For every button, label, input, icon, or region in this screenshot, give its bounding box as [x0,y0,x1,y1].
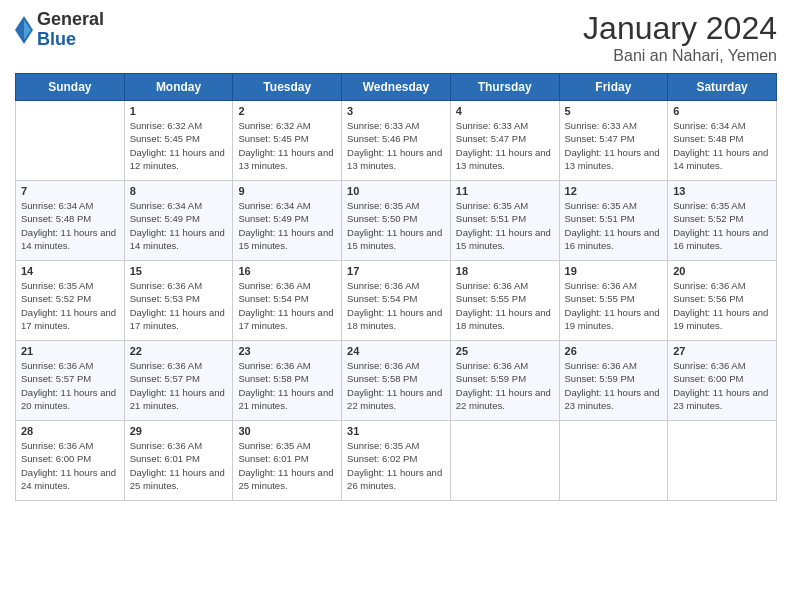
calendar-week-row: 1Sunrise: 6:32 AMSunset: 5:45 PMDaylight… [16,101,777,181]
calendar-cell: 5Sunrise: 6:33 AMSunset: 5:47 PMDaylight… [559,101,668,181]
calendar-cell [16,101,125,181]
day-header: Sunday [16,74,125,101]
calendar-cell: 9Sunrise: 6:34 AMSunset: 5:49 PMDaylight… [233,181,342,261]
date-number: 16 [238,265,336,277]
calendar-table: SundayMondayTuesdayWednesdayThursdayFrid… [15,73,777,501]
day-header: Wednesday [342,74,451,101]
cell-details: Sunrise: 6:33 AMSunset: 5:46 PMDaylight:… [347,119,445,172]
calendar-cell: 31Sunrise: 6:35 AMSunset: 6:02 PMDayligh… [342,421,451,501]
cell-details: Sunrise: 6:36 AMSunset: 6:00 PMDaylight:… [21,439,119,492]
calendar-cell: 24Sunrise: 6:36 AMSunset: 5:58 PMDayligh… [342,341,451,421]
calendar-cell: 26Sunrise: 6:36 AMSunset: 5:59 PMDayligh… [559,341,668,421]
calendar-cell: 23Sunrise: 6:36 AMSunset: 5:58 PMDayligh… [233,341,342,421]
calendar-cell: 14Sunrise: 6:35 AMSunset: 5:52 PMDayligh… [16,261,125,341]
header: General Blue January 2024 Bani an Nahari… [15,10,777,65]
date-number: 26 [565,345,663,357]
cell-details: Sunrise: 6:35 AMSunset: 5:50 PMDaylight:… [347,199,445,252]
date-number: 4 [456,105,554,117]
logo-blue: Blue [37,30,104,50]
calendar-cell: 22Sunrise: 6:36 AMSunset: 5:57 PMDayligh… [124,341,233,421]
calendar-cell: 29Sunrise: 6:36 AMSunset: 6:01 PMDayligh… [124,421,233,501]
calendar-week-row: 21Sunrise: 6:36 AMSunset: 5:57 PMDayligh… [16,341,777,421]
date-number: 28 [21,425,119,437]
date-number: 10 [347,185,445,197]
calendar-cell [668,421,777,501]
calendar-cell: 30Sunrise: 6:35 AMSunset: 6:01 PMDayligh… [233,421,342,501]
calendar-cell: 11Sunrise: 6:35 AMSunset: 5:51 PMDayligh… [450,181,559,261]
calendar-cell: 27Sunrise: 6:36 AMSunset: 6:00 PMDayligh… [668,341,777,421]
calendar-cell: 13Sunrise: 6:35 AMSunset: 5:52 PMDayligh… [668,181,777,261]
calendar-cell: 8Sunrise: 6:34 AMSunset: 5:49 PMDaylight… [124,181,233,261]
cell-details: Sunrise: 6:34 AMSunset: 5:48 PMDaylight:… [673,119,771,172]
cell-details: Sunrise: 6:35 AMSunset: 6:01 PMDaylight:… [238,439,336,492]
date-number: 27 [673,345,771,357]
cell-details: Sunrise: 6:36 AMSunset: 5:57 PMDaylight:… [130,359,228,412]
calendar-cell: 10Sunrise: 6:35 AMSunset: 5:50 PMDayligh… [342,181,451,261]
logo-general: General [37,10,104,30]
cell-details: Sunrise: 6:35 AMSunset: 5:51 PMDaylight:… [456,199,554,252]
cell-details: Sunrise: 6:36 AMSunset: 5:54 PMDaylight:… [238,279,336,332]
cell-details: Sunrise: 6:33 AMSunset: 5:47 PMDaylight:… [456,119,554,172]
date-number: 21 [21,345,119,357]
date-number: 11 [456,185,554,197]
date-number: 14 [21,265,119,277]
cell-details: Sunrise: 6:36 AMSunset: 6:01 PMDaylight:… [130,439,228,492]
calendar-cell: 2Sunrise: 6:32 AMSunset: 5:45 PMDaylight… [233,101,342,181]
calendar-cell [559,421,668,501]
title-area: January 2024 Bani an Nahari, Yemen [583,10,777,65]
cell-details: Sunrise: 6:33 AMSunset: 5:47 PMDaylight:… [565,119,663,172]
cell-details: Sunrise: 6:36 AMSunset: 5:58 PMDaylight:… [347,359,445,412]
date-number: 8 [130,185,228,197]
cell-details: Sunrise: 6:36 AMSunset: 5:59 PMDaylight:… [456,359,554,412]
calendar-cell: 15Sunrise: 6:36 AMSunset: 5:53 PMDayligh… [124,261,233,341]
date-number: 22 [130,345,228,357]
cell-details: Sunrise: 6:32 AMSunset: 5:45 PMDaylight:… [238,119,336,172]
cell-details: Sunrise: 6:35 AMSunset: 5:52 PMDaylight:… [21,279,119,332]
date-number: 17 [347,265,445,277]
cell-details: Sunrise: 6:36 AMSunset: 5:54 PMDaylight:… [347,279,445,332]
cell-details: Sunrise: 6:34 AMSunset: 5:49 PMDaylight:… [238,199,336,252]
calendar-cell: 7Sunrise: 6:34 AMSunset: 5:48 PMDaylight… [16,181,125,261]
cell-details: Sunrise: 6:35 AMSunset: 5:52 PMDaylight:… [673,199,771,252]
calendar-cell: 3Sunrise: 6:33 AMSunset: 5:46 PMDaylight… [342,101,451,181]
date-number: 19 [565,265,663,277]
calendar-week-row: 14Sunrise: 6:35 AMSunset: 5:52 PMDayligh… [16,261,777,341]
calendar-cell: 18Sunrise: 6:36 AMSunset: 5:55 PMDayligh… [450,261,559,341]
calendar-cell: 20Sunrise: 6:36 AMSunset: 5:56 PMDayligh… [668,261,777,341]
date-number: 29 [130,425,228,437]
logo-text: General Blue [37,10,104,50]
calendar-cell: 1Sunrise: 6:32 AMSunset: 5:45 PMDaylight… [124,101,233,181]
date-number: 25 [456,345,554,357]
cell-details: Sunrise: 6:36 AMSunset: 5:56 PMDaylight:… [673,279,771,332]
logo: General Blue [15,10,104,50]
date-number: 12 [565,185,663,197]
calendar-cell [450,421,559,501]
calendar-cell: 19Sunrise: 6:36 AMSunset: 5:55 PMDayligh… [559,261,668,341]
cell-details: Sunrise: 6:36 AMSunset: 6:00 PMDaylight:… [673,359,771,412]
date-number: 15 [130,265,228,277]
date-number: 31 [347,425,445,437]
cell-details: Sunrise: 6:36 AMSunset: 5:57 PMDaylight:… [21,359,119,412]
date-number: 18 [456,265,554,277]
day-header: Friday [559,74,668,101]
cell-details: Sunrise: 6:34 AMSunset: 5:48 PMDaylight:… [21,199,119,252]
calendar-cell: 6Sunrise: 6:34 AMSunset: 5:48 PMDaylight… [668,101,777,181]
cell-details: Sunrise: 6:34 AMSunset: 5:49 PMDaylight:… [130,199,228,252]
calendar-cell: 16Sunrise: 6:36 AMSunset: 5:54 PMDayligh… [233,261,342,341]
date-number: 2 [238,105,336,117]
date-number: 1 [130,105,228,117]
cell-details: Sunrise: 6:36 AMSunset: 5:59 PMDaylight:… [565,359,663,412]
date-number: 7 [21,185,119,197]
subtitle: Bani an Nahari, Yemen [583,47,777,65]
calendar-cell: 21Sunrise: 6:36 AMSunset: 5:57 PMDayligh… [16,341,125,421]
date-number: 6 [673,105,771,117]
date-number: 5 [565,105,663,117]
cell-details: Sunrise: 6:36 AMSunset: 5:55 PMDaylight:… [456,279,554,332]
cell-details: Sunrise: 6:35 AMSunset: 6:02 PMDaylight:… [347,439,445,492]
cell-details: Sunrise: 6:36 AMSunset: 5:53 PMDaylight:… [130,279,228,332]
day-header: Thursday [450,74,559,101]
page-container: General Blue January 2024 Bani an Nahari… [0,0,792,511]
logo-icon [15,16,33,44]
day-header: Saturday [668,74,777,101]
calendar-cell: 25Sunrise: 6:36 AMSunset: 5:59 PMDayligh… [450,341,559,421]
